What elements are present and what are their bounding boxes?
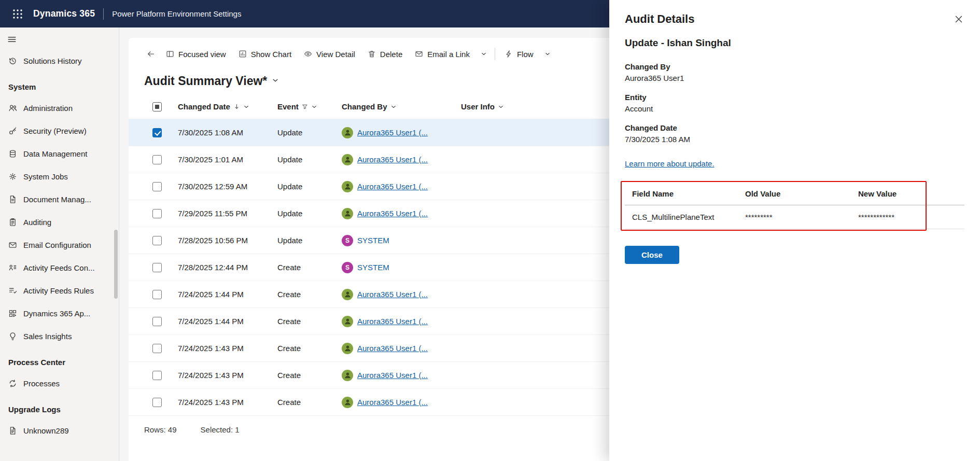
select-all-checkbox[interactable] xyxy=(152,102,162,111)
sidebar-item-unknown289[interactable]: Unknown289 xyxy=(0,419,119,442)
cell-changed-date: 7/30/2025 1:01 AM xyxy=(178,155,277,164)
cell-changed-date: 7/24/2025 1:43 PM xyxy=(178,371,277,380)
toolbar-button-view-detail[interactable]: View Detail xyxy=(298,46,361,63)
page-title[interactable]: Audit Summary View* xyxy=(144,74,267,88)
cell-event: Create xyxy=(277,344,342,353)
row-checkbox[interactable] xyxy=(152,182,162,191)
sidebar-item-activity-feeds-rules[interactable]: Activity Feeds Rules xyxy=(0,279,119,302)
changed-by-link[interactable]: Aurora365 User1 (... xyxy=(357,182,428,191)
sidebar-item-label: Sales Insights xyxy=(23,332,72,341)
cell-changed-by: Aurora365 User1 (... xyxy=(342,316,461,327)
sidebar-item-label: Administration xyxy=(23,104,73,113)
column-label: Event xyxy=(277,102,299,111)
toolbar-button-delete[interactable]: Delete xyxy=(361,46,409,63)
sidebar-item-email-configuration[interactable]: Email Configuration xyxy=(0,233,119,256)
row-checkbox[interactable] xyxy=(152,155,162,164)
sidebar-item-solutions-history[interactable]: Solutions History xyxy=(0,49,119,72)
hamburger-icon[interactable] xyxy=(0,30,24,49)
flow-icon xyxy=(505,50,513,58)
rows-count: Rows: 49 xyxy=(144,425,177,434)
panel-header: Audit Details xyxy=(625,12,965,26)
app-brand[interactable]: Dynamics 365 xyxy=(33,8,95,19)
system-avatar: S xyxy=(342,262,353,273)
sidebar-section-title: System xyxy=(0,72,119,96)
sidebar-item-label: Activity Feeds Rules xyxy=(23,286,94,295)
changed-by-link[interactable]: Aurora365 User1 (... xyxy=(357,398,428,407)
sidebar-item-sales-insights[interactable]: Sales Insights xyxy=(0,325,119,347)
field-changed-by: Changed By Aurora365 User1 xyxy=(625,62,965,82)
sidebar-scrollbar[interactable] xyxy=(114,230,118,299)
changed-by-link[interactable]: Aurora365 User1 (... xyxy=(357,290,428,299)
column-header-changed-date[interactable]: Changed Date xyxy=(178,102,277,111)
sidebar-item-security-preview[interactable]: Security (Preview) xyxy=(0,119,119,142)
toolbar-button-focused-view[interactable]: Focused view xyxy=(160,46,232,63)
toolbar-button-label: Delete xyxy=(380,50,402,59)
sidebar-item-dynamics-365-ap[interactable]: Dynamics 365 Ap... xyxy=(0,302,119,325)
row-checkbox[interactable] xyxy=(152,209,162,218)
row-checkbox[interactable] xyxy=(152,317,162,326)
changed-by-link[interactable]: Aurora365 User1 (... xyxy=(357,209,428,218)
cell-changed-date: 7/28/2025 10:56 PM xyxy=(178,236,277,245)
key-icon xyxy=(8,127,17,135)
changes-table-header: Field Name Old Value New Value xyxy=(625,183,964,205)
column-label: Changed By xyxy=(342,102,387,111)
cell-changed-by: Aurora365 User1 (... xyxy=(342,343,461,354)
toolbar-button-label: View Detail xyxy=(316,50,355,59)
cell-event: Update xyxy=(277,209,342,218)
overflow-chevron-icon[interactable] xyxy=(476,47,492,61)
toolbar-button-label: Email a Link xyxy=(427,50,470,59)
back-button[interactable] xyxy=(142,46,160,62)
close-button[interactable]: Close xyxy=(625,246,679,264)
sidebar-item-administration[interactable]: Administration xyxy=(0,96,119,119)
row-checkbox[interactable] xyxy=(152,371,162,380)
cell-changed-by: Aurora365 User1 (... xyxy=(342,370,461,381)
cell-changed-date: 7/24/2025 1:44 PM xyxy=(178,290,277,299)
flow-button[interactable]: Flow xyxy=(498,46,540,63)
sidebar-item-document-manag[interactable]: Document Manag... xyxy=(0,188,119,211)
cell-changed-date: 7/30/2025 12:59 AM xyxy=(178,182,277,191)
close-icon[interactable] xyxy=(952,12,965,26)
changed-by-link[interactable]: Aurora365 User1 (... xyxy=(357,317,428,326)
row-checkbox[interactable] xyxy=(152,236,162,245)
changes-table-row: CLS_MultilinePlaneText ********* *******… xyxy=(625,205,964,229)
changed-by-link[interactable]: Aurora365 User1 (... xyxy=(357,128,428,137)
sidebar-item-auditing[interactable]: Auditing xyxy=(0,211,119,233)
changed-by-link[interactable]: SYSTEM xyxy=(357,236,389,245)
sidebar-item-processes[interactable]: Processes xyxy=(0,372,119,395)
changed-by-link[interactable]: SYSTEM xyxy=(357,263,389,272)
toolbar-button-label: Show Chart xyxy=(251,50,291,59)
focused-view-icon xyxy=(166,50,174,58)
cell-event: Update xyxy=(277,236,342,245)
changed-by-link[interactable]: Aurora365 User1 (... xyxy=(357,371,428,380)
sidebar: Solutions HistorySystemAdministrationSec… xyxy=(0,27,119,461)
log-icon xyxy=(8,426,17,435)
column-header-event[interactable]: Event xyxy=(277,102,342,111)
column-label: Changed Date xyxy=(178,102,230,111)
changed-by-link[interactable]: Aurora365 User1 (... xyxy=(357,155,428,164)
learn-more-link[interactable]: Learn more about update. xyxy=(625,159,715,168)
toolbar-button-show-chart[interactable]: Show Chart xyxy=(232,46,298,63)
row-checkbox[interactable] xyxy=(152,128,162,137)
sidebar-item-label: System Jobs xyxy=(23,172,68,181)
flow-button-label: Flow xyxy=(517,50,534,59)
bulb-icon xyxy=(8,332,17,341)
row-checkbox[interactable] xyxy=(152,263,162,272)
selected-count: Selected: 1 xyxy=(201,425,240,434)
sidebar-item-system-jobs[interactable]: System Jobs xyxy=(0,165,119,188)
waffle-icon[interactable] xyxy=(9,6,26,22)
row-checkbox[interactable] xyxy=(152,398,162,407)
header-field-name: Field Name xyxy=(625,189,738,198)
toolbar-button-email-a-link[interactable]: Email a Link xyxy=(409,46,476,63)
system-avatar: S xyxy=(342,235,353,246)
view-selector-chevron-icon[interactable] xyxy=(272,77,279,86)
row-checkbox[interactable] xyxy=(152,344,162,353)
sidebar-item-activity-feeds-con[interactable]: Activity Feeds Con... xyxy=(0,256,119,279)
row-checkbox[interactable] xyxy=(152,290,162,299)
flow-chevron-icon[interactable] xyxy=(540,47,555,61)
sidebar-item-data-management[interactable]: Data Management xyxy=(0,142,119,165)
header-old-value: Old Value xyxy=(738,189,851,198)
column-header-changed-by[interactable]: Changed By xyxy=(342,102,461,111)
changed-by-link[interactable]: Aurora365 User1 (... xyxy=(357,344,428,353)
cell-changed-by: Aurora365 User1 (... xyxy=(342,208,461,219)
sidebar-section-title: Process Center xyxy=(0,347,119,372)
